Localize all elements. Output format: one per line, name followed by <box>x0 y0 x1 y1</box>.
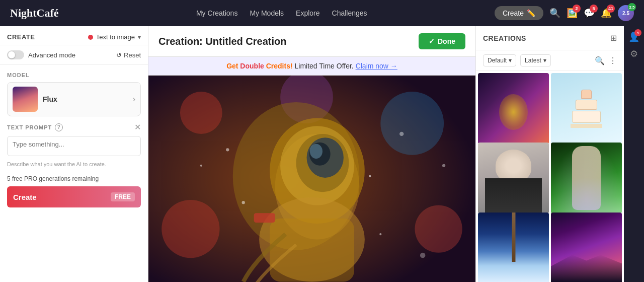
search-icon: 🔍 <box>549 8 560 18</box>
promo-credits: Credits! <box>264 62 293 70</box>
search-nav-button[interactable]: 🔍 <box>549 8 560 19</box>
nav-my-models[interactable]: My Models <box>250 9 284 17</box>
svg-point-22 <box>420 253 425 258</box>
main-header: Creation: Untitled Creation ✓ Done <box>148 26 475 57</box>
nav-explore[interactable]: Explore <box>296 9 319 17</box>
svg-rect-16 <box>270 219 354 282</box>
left-panel-header: CREATE Text to image ▾ <box>0 26 148 45</box>
reset-icon: ↺ <box>116 51 122 59</box>
notifications-badge: 41 <box>607 5 615 13</box>
prompt-input[interactable] <box>7 136 141 156</box>
filter-default-label: Default <box>488 57 507 64</box>
promo-prefix: Get <box>226 62 240 70</box>
promo-offer: Limited Time Offer. <box>295 62 356 70</box>
user-side-badge: 5 <box>634 29 641 36</box>
layout: CREATE Text to image ▾ Advanced mode ↺ R… <box>0 26 644 282</box>
nav-links: My Creations My Models Explore Challenge… <box>81 9 482 17</box>
filter-latest-label: Latest <box>525 57 541 64</box>
mode-dot <box>88 35 93 40</box>
user-side-icon[interactable]: 👤 5 <box>628 31 639 42</box>
credits-indicator: 2.5 <box>628 3 636 11</box>
advanced-mode-toggle[interactable] <box>7 50 24 59</box>
done-label: Done <box>438 37 455 45</box>
creation-title: Creation: Untitled Creation <box>158 36 286 47</box>
main-content: Creation: Untitled Creation ✓ Done Get D… <box>148 26 475 282</box>
filter-default-chevron: ▾ <box>509 57 512 64</box>
model-card[interactable]: Flux › <box>7 82 141 116</box>
filter-default[interactable]: Default ▾ <box>483 54 516 66</box>
right-panel-actions: ⊞ <box>610 33 617 43</box>
checkmark-icon: ✓ <box>429 37 435 45</box>
svg-point-19 <box>399 132 404 136</box>
images-nav-button[interactable]: 🖼️ 2 <box>567 8 578 19</box>
reset-button[interactable]: ↺ Reset <box>116 51 141 59</box>
remaining-text: 5 free PRO generations remaining <box>0 167 148 186</box>
toggle-wrap: Advanced mode <box>7 50 75 59</box>
right-panel: CREATIONS ⊞ Default ▾ Latest ▾ 🔍 ⋮ <box>475 26 624 282</box>
gallery-item[interactable] <box>551 73 622 144</box>
prompt-section-title: TEXT PROMPT ? <box>7 123 63 131</box>
gallery-item[interactable] <box>478 143 549 214</box>
nav-challenges[interactable]: Challenges <box>332 9 367 17</box>
prompt-header: TEXT PROMPT ? ✕ <box>7 122 141 132</box>
side-icons: 👤 5 ⚙ <box>624 26 644 282</box>
logo[interactable]: NightCafé <box>10 7 59 20</box>
left-panel: CREATE Text to image ▾ Advanced mode ↺ R… <box>0 26 148 282</box>
svg-point-2 <box>180 92 222 134</box>
notifications-nav-button[interactable]: 🔔 41 <box>601 8 612 19</box>
promo-link[interactable]: Claim now → <box>356 62 397 70</box>
svg-point-23 <box>200 165 202 167</box>
search-gallery-icon[interactable]: 🔍 <box>595 56 605 65</box>
advanced-mode-label: Advanced mode <box>28 51 75 59</box>
advanced-row: Advanced mode ↺ Reset <box>0 45 148 65</box>
prompt-section: TEXT PROMPT ? ✕ Describe what you want t… <box>0 122 148 167</box>
svg-point-14 <box>310 144 323 159</box>
filter-latest-chevron: ▾ <box>543 57 546 64</box>
svg-point-18 <box>226 148 229 151</box>
filter-latest[interactable]: Latest ▾ <box>520 54 551 66</box>
messages-nav-button[interactable]: 💬 5 <box>584 8 595 19</box>
help-icon[interactable]: ? <box>55 123 63 131</box>
svg-point-3 <box>380 92 444 155</box>
clear-prompt-icon[interactable]: ✕ <box>134 122 141 132</box>
mode-selector[interactable]: Text to image ▾ <box>88 33 141 41</box>
model-name: Flux <box>43 95 128 103</box>
create-nav-button[interactable]: Create ✏️ <box>495 6 543 20</box>
avatar[interactable]: 2.5 2.5 <box>618 5 634 21</box>
right-panel-header: CREATIONS ⊞ <box>476 26 624 50</box>
more-options-icon[interactable]: ⋮ <box>609 56 617 65</box>
pencil-icon: ✏️ <box>527 9 535 17</box>
messages-badge: 5 <box>590 5 598 13</box>
model-thumb-inner <box>13 87 38 112</box>
credits-badge: 2.5 <box>622 11 629 16</box>
svg-point-6 <box>162 200 219 258</box>
svg-point-24 <box>442 164 445 167</box>
nav-my-creations[interactable]: My Creations <box>196 9 237 17</box>
done-button[interactable]: ✓ Done <box>419 33 465 49</box>
gallery-item[interactable] <box>551 213 622 282</box>
create-button-label: Create <box>13 193 37 201</box>
create-label: CREATE <box>7 33 35 41</box>
model-thumbnail <box>13 87 38 112</box>
promo-double: Double <box>240 62 264 70</box>
svg-point-5 <box>415 205 462 252</box>
images-badge: 2 <box>573 5 581 13</box>
image-display <box>148 76 475 282</box>
create-button[interactable]: Create FREE <box>7 186 141 207</box>
gallery-grid <box>476 71 624 282</box>
prompt-hint: Describe what you want the AI to create. <box>7 161 141 167</box>
settings-side-icon[interactable]: ⚙ <box>630 48 638 59</box>
promo-banner: Get Double Credits! Limited Time Offer. … <box>148 57 475 76</box>
svg-point-25 <box>379 233 381 235</box>
topnav: NightCafé My Creations My Models Explore… <box>0 0 644 26</box>
toggle-knob <box>8 51 15 58</box>
svg-point-21 <box>242 201 245 204</box>
layout-icon[interactable]: ⊞ <box>610 33 617 43</box>
chevron-down-icon: ▾ <box>138 34 141 41</box>
gallery-item[interactable] <box>551 143 622 214</box>
gallery-item[interactable] <box>478 213 549 282</box>
main-artwork <box>148 76 475 282</box>
gallery-item[interactable] <box>478 73 549 144</box>
free-badge: FREE <box>111 192 135 201</box>
svg-rect-17 <box>254 213 275 223</box>
